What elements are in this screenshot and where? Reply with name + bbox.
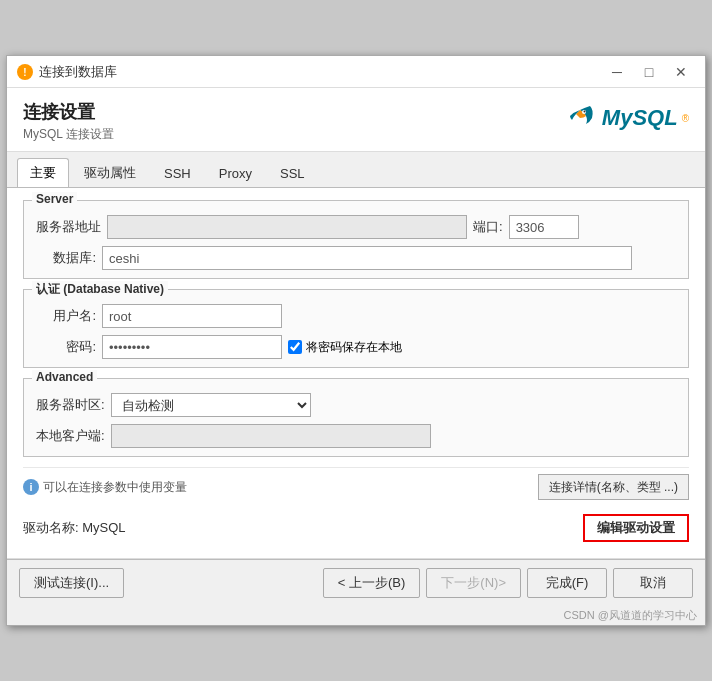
timezone-label: 服务器时区: bbox=[36, 396, 105, 414]
save-password-checkbox[interactable] bbox=[288, 340, 302, 354]
mysql-logo: MySQL® bbox=[562, 100, 689, 136]
finish-button[interactable]: 完成(F) bbox=[527, 568, 607, 598]
port-input[interactable] bbox=[509, 215, 579, 239]
main-window: ! 连接到数据库 ─ □ ✕ 连接设置 MySQL 连接设置 MySQL® bbox=[6, 55, 706, 626]
header-area: 连接设置 MySQL 连接设置 MySQL® bbox=[7, 88, 705, 152]
mysql-dolphin-icon bbox=[562, 100, 598, 136]
server-addr-row: 服务器地址 端口: bbox=[36, 215, 676, 239]
bottom-left-buttons: 测试连接(I)... bbox=[19, 568, 124, 598]
driver-label-prefix: 驱动名称: bbox=[23, 520, 82, 535]
mysql-logo-text: MySQL bbox=[602, 105, 678, 131]
server-section-label: Server bbox=[32, 192, 77, 206]
title-bar: ! 连接到数据库 ─ □ ✕ bbox=[7, 56, 705, 88]
tab-ssh[interactable]: SSH bbox=[151, 158, 204, 187]
header-subtitle: MySQL 连接设置 bbox=[23, 126, 114, 143]
prev-button[interactable]: < 上一步(B) bbox=[323, 568, 421, 598]
driver-name: MySQL bbox=[82, 520, 125, 535]
header-title: 连接设置 bbox=[23, 100, 114, 124]
title-bar-left: ! 连接到数据库 bbox=[17, 63, 117, 81]
password-row: 密码: 将密码保存在本地 bbox=[36, 335, 676, 359]
local-client-label: 本地客户端: bbox=[36, 427, 105, 445]
password-input[interactable] bbox=[102, 335, 282, 359]
info-text-group: i 可以在连接参数中使用变量 bbox=[23, 479, 187, 496]
close-button[interactable]: ✕ bbox=[667, 61, 695, 83]
port-label: 端口: bbox=[473, 218, 503, 236]
password-label: 密码: bbox=[36, 338, 96, 356]
svg-text:!: ! bbox=[23, 67, 26, 78]
auth-section-label: 认证 (Database Native) bbox=[32, 281, 168, 298]
test-connection-button[interactable]: 测试连接(I)... bbox=[19, 568, 124, 598]
edit-driver-button[interactable]: 编辑驱动设置 bbox=[583, 514, 689, 542]
driver-name-text: 驱动名称: MySQL bbox=[23, 519, 126, 537]
advanced-section-label: Advanced bbox=[32, 370, 97, 384]
tab-main[interactable]: 主要 bbox=[17, 158, 69, 187]
header-text: 连接设置 MySQL 连接设置 bbox=[23, 100, 114, 143]
timezone-row: 服务器时区: 自动检测 UTC Asia/Shanghai bbox=[36, 393, 676, 417]
tab-proxy[interactable]: Proxy bbox=[206, 158, 265, 187]
local-client-input[interactable] bbox=[111, 424, 431, 448]
tab-driver-props[interactable]: 驱动属性 bbox=[71, 158, 149, 187]
maximize-button[interactable]: □ bbox=[635, 61, 663, 83]
mysql-logo-r: ® bbox=[682, 113, 689, 124]
server-addr-input[interactable] bbox=[107, 215, 467, 239]
save-password-label: 将密码保存在本地 bbox=[306, 339, 402, 356]
next-button[interactable]: 下一步(N)> bbox=[426, 568, 521, 598]
bottom-right-buttons: < 上一步(B) 下一步(N)> 完成(F) 取消 bbox=[323, 568, 693, 598]
database-row: 数据库: bbox=[36, 246, 676, 270]
username-label: 用户名: bbox=[36, 307, 96, 325]
minimize-button[interactable]: ─ bbox=[603, 61, 631, 83]
content-area: Server 服务器地址 端口: 数据库: 认证 (Database Nativ… bbox=[7, 188, 705, 559]
info-text: 可以在连接参数中使用变量 bbox=[43, 479, 187, 496]
info-icon: i bbox=[23, 479, 39, 495]
watermark: CSDN @风道道的学习中心 bbox=[7, 606, 705, 625]
bottom-bar: 测试连接(I)... < 上一步(B) 下一步(N)> 完成(F) 取消 bbox=[7, 559, 705, 606]
database-input[interactable] bbox=[102, 246, 632, 270]
tab-ssl[interactable]: SSL bbox=[267, 158, 318, 187]
save-password-row: 将密码保存在本地 bbox=[288, 339, 402, 356]
local-client-row: 本地客户端: bbox=[36, 424, 676, 448]
svg-point-3 bbox=[583, 111, 585, 113]
tabs-bar: 主要 驱动属性 SSH Proxy SSL bbox=[7, 152, 705, 188]
window-title: 连接到数据库 bbox=[39, 63, 117, 81]
server-addr-label: 服务器地址 bbox=[36, 218, 101, 236]
username-input[interactable] bbox=[102, 304, 282, 328]
database-label: 数据库: bbox=[36, 249, 96, 267]
detail-button[interactable]: 连接详情(名称、类型 ...) bbox=[538, 474, 689, 500]
cancel-button[interactable]: 取消 bbox=[613, 568, 693, 598]
advanced-section: Advanced 服务器时区: 自动检测 UTC Asia/Shanghai 本… bbox=[23, 378, 689, 457]
info-row: i 可以在连接参数中使用变量 连接详情(名称、类型 ...) bbox=[23, 467, 689, 506]
timezone-select[interactable]: 自动检测 UTC Asia/Shanghai bbox=[111, 393, 311, 417]
driver-row: 驱动名称: MySQL 编辑驱动设置 bbox=[23, 506, 689, 546]
auth-section: 认证 (Database Native) 用户名: 密码: 将密码保存在本地 bbox=[23, 289, 689, 368]
server-section: Server 服务器地址 端口: 数据库: bbox=[23, 200, 689, 279]
app-icon: ! bbox=[17, 64, 33, 80]
window-controls: ─ □ ✕ bbox=[603, 61, 695, 83]
username-row: 用户名: bbox=[36, 304, 676, 328]
